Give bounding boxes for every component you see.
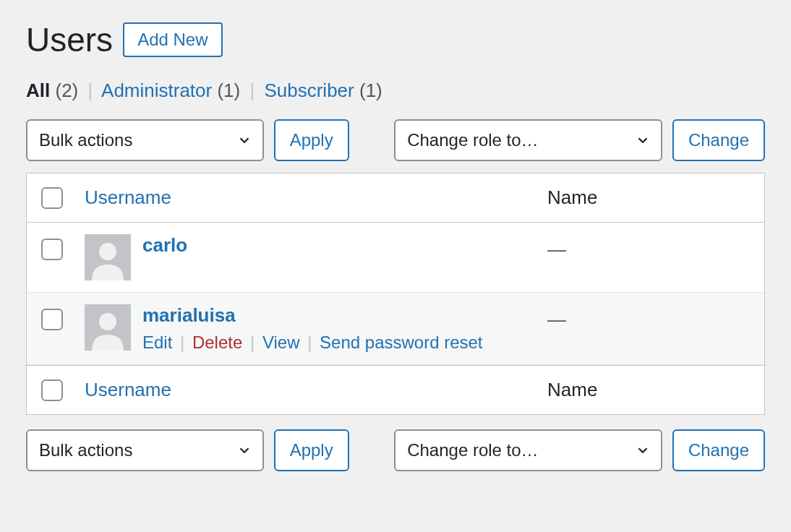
add-new-button[interactable]: Add New	[123, 22, 222, 57]
filter-subscriber-count: (1)	[359, 80, 382, 101]
view-link[interactable]: View	[262, 332, 300, 352]
row-checkbox[interactable]	[41, 309, 63, 330]
table-row: marialuisa Edit | Delete | View | Send p…	[27, 293, 764, 365]
chevron-down-icon	[236, 442, 252, 458]
row-checkbox[interactable]	[41, 239, 63, 260]
chevron-down-icon	[236, 132, 252, 148]
change-button[interactable]: Change	[672, 119, 765, 161]
avatar	[85, 234, 131, 280]
filter-subscriber[interactable]: Subscriber	[264, 80, 354, 101]
bulk-actions-select[interactable]: Bulk actions	[26, 119, 264, 161]
filter-all[interactable]: All	[26, 80, 50, 101]
chevron-down-icon	[635, 132, 651, 148]
filter-separator: |	[87, 80, 93, 101]
send-password-reset-link[interactable]: Send password reset	[320, 332, 482, 352]
username-link[interactable]: marialuisa	[142, 304, 483, 327]
row-actions: Edit | Delete | View | Send password res…	[142, 332, 483, 353]
username-link[interactable]: carlo	[142, 234, 187, 257]
table-footer: Username Name	[27, 365, 764, 414]
name-cell: —	[547, 304, 750, 331]
column-username[interactable]: Username	[85, 186, 171, 208]
column-username-bottom[interactable]: Username	[85, 379, 171, 400]
select-all-checkbox[interactable]	[41, 187, 63, 209]
change-role-select[interactable]: Change role to…	[394, 119, 662, 161]
select-all-checkbox-bottom[interactable]	[41, 379, 63, 401]
change-role-label: Change role to…	[407, 440, 538, 460]
change-button-bottom[interactable]: Change	[672, 429, 765, 471]
column-name-bottom: Name	[547, 379, 597, 400]
delete-link[interactable]: Delete	[192, 332, 242, 352]
name-cell: —	[547, 234, 750, 261]
chevron-down-icon	[635, 442, 651, 458]
bulk-actions-select-bottom[interactable]: Bulk actions	[26, 429, 264, 471]
svg-point-3	[99, 313, 116, 330]
filter-administrator-count: (1)	[217, 80, 240, 101]
users-table: Username Name carlo — marialuisa Edit |	[26, 173, 765, 415]
edit-link[interactable]: Edit	[142, 332, 172, 352]
table-header: Username Name	[27, 173, 764, 223]
filter-all-count: (2)	[55, 80, 78, 101]
bulk-actions-label: Bulk actions	[39, 130, 132, 150]
filter-administrator[interactable]: Administrator	[101, 80, 212, 101]
filter-separator: |	[249, 80, 255, 101]
filter-links: All (2) | Administrator (1) | Subscriber…	[26, 80, 765, 102]
column-name: Name	[547, 186, 597, 208]
svg-point-1	[99, 243, 116, 260]
change-role-select-bottom[interactable]: Change role to…	[394, 429, 662, 471]
apply-button-bottom[interactable]: Apply	[274, 429, 349, 471]
bulk-actions-label: Bulk actions	[39, 440, 132, 460]
apply-button[interactable]: Apply	[274, 119, 349, 161]
page-title: Users	[26, 20, 113, 59]
change-role-label: Change role to…	[407, 130, 538, 150]
avatar	[85, 304, 131, 351]
table-row: carlo —	[27, 223, 764, 293]
